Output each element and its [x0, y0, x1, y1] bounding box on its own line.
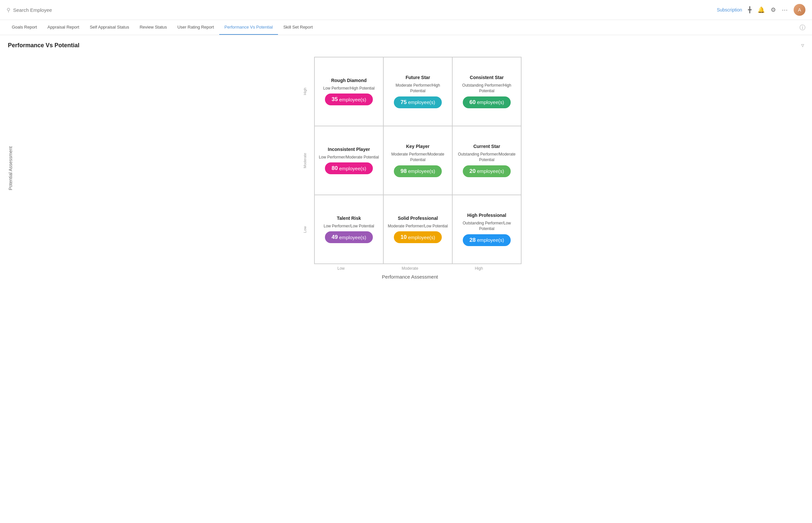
y-axis-label: Potential Assessment [8, 146, 13, 190]
cell-rough-diamond-badge[interactable]: 35 employee(s) [325, 93, 372, 105]
cell-current-star-badge[interactable]: 20 employee(s) [463, 165, 510, 177]
page-header: Performance Vs Potential ▿ [8, 42, 804, 49]
filter-icon[interactable]: ▿ [801, 42, 804, 49]
page-title: Performance Vs Potential [8, 42, 80, 49]
more-icon[interactable]: ⋯ [782, 6, 788, 14]
cell-key-player-badge[interactable]: 98 employee(s) [394, 165, 441, 177]
cell-rough-diamond[interactable]: Rough Diamond Low Performer/High Potenti… [314, 57, 383, 126]
cell-key-player-unit: employee(s) [408, 168, 435, 174]
y-label-moderate: Moderate [298, 126, 312, 195]
cell-high-professional[interactable]: High Professional Outstanding Performer/… [452, 195, 521, 264]
cell-current-star[interactable]: Current Star Outstanding Performer/Moder… [452, 126, 521, 195]
cell-rough-diamond-title: Rough Diamond [331, 78, 367, 83]
cell-current-star-count: 20 [469, 168, 476, 175]
cell-talent-risk-subtitle: Low Performer/Low Potential [324, 223, 374, 229]
cell-consistent-star-title: Consistent Star [470, 75, 504, 80]
cell-solid-professional-unit: employee(s) [408, 235, 435, 240]
cell-high-professional-badge[interactable]: 28 employee(s) [463, 234, 510, 246]
cell-consistent-star-unit: employee(s) [477, 100, 504, 105]
x-axis-title: Performance Assessment [382, 274, 438, 279]
cell-inconsistent-player[interactable]: Inconsistent Player Low Performer/Modera… [314, 126, 383, 195]
tab-perf-vs-potential[interactable]: Performance Vs Potential [219, 20, 278, 35]
header-right: Subscription ╋ 🔔 ⚙ ⋯ A [717, 4, 806, 16]
matrix-container: Potential Assessment High Moderate Low R… [8, 57, 804, 279]
cell-rough-diamond-subtitle: Low Performer/High Potential [323, 86, 375, 91]
cell-inconsistent-player-title: Inconsistent Player [328, 147, 370, 152]
x-label-moderate: Moderate [375, 266, 444, 271]
y-labels: High Moderate Low [298, 57, 314, 264]
settings-icon[interactable]: ⚙ [771, 6, 776, 14]
cell-inconsistent-player-badge[interactable]: 80 employee(s) [325, 162, 372, 174]
cell-future-star-title: Future Star [406, 75, 430, 80]
cell-solid-professional-title: Solid Professional [398, 216, 438, 221]
cell-future-star[interactable]: Future Star Moderate Performer/High Pote… [383, 57, 452, 126]
cell-solid-professional-badge[interactable]: 10 employee(s) [394, 231, 441, 243]
cell-consistent-star-badge[interactable]: 60 employee(s) [463, 96, 510, 108]
x-label-high: High [444, 266, 513, 271]
cell-current-star-title: Current Star [473, 144, 500, 149]
tab-review-status[interactable]: Review Status [134, 20, 172, 35]
add-icon[interactable]: ╋ [748, 6, 752, 14]
cell-high-professional-count: 28 [469, 237, 476, 244]
cell-high-professional-subtitle: Outstanding Performer/Low Potential [457, 220, 517, 232]
x-label-low: Low [306, 266, 375, 271]
cell-inconsistent-player-count: 80 [332, 165, 338, 172]
tab-user-rating[interactable]: User Rating Report [172, 20, 219, 35]
cell-future-star-subtitle: Moderate Performer/High Potential [388, 83, 448, 94]
matrix-grid-area: High Moderate Low Rough Diamond Low Perf… [298, 57, 522, 264]
cell-future-star-count: 75 [401, 99, 407, 106]
nav-tabs: Goals Report Appraisal Report Self Appra… [0, 20, 812, 35]
cell-current-star-unit: employee(s) [477, 168, 504, 174]
subscription-link[interactable]: Subscription [717, 7, 742, 13]
cell-key-player-count: 98 [401, 168, 407, 175]
cell-talent-risk-count: 49 [332, 234, 338, 240]
cell-future-star-unit: employee(s) [408, 100, 435, 105]
cell-consistent-star-count: 60 [469, 99, 476, 106]
cell-consistent-star-subtitle: Outstanding Performer/High Potential [457, 83, 517, 94]
cell-current-star-subtitle: Outstanding Performer/Moderate Potential [457, 151, 517, 163]
cell-rough-diamond-unit: employee(s) [339, 97, 366, 102]
x-labels: Low Moderate High [306, 266, 513, 271]
tab-skill-set[interactable]: Skill Set Report [278, 20, 318, 35]
cell-high-professional-unit: employee(s) [477, 237, 504, 243]
cell-solid-professional[interactable]: Solid Professional Moderate Performer/Lo… [383, 195, 452, 264]
matrix-wrap: High Moderate Low Rough Diamond Low Perf… [16, 57, 804, 279]
tab-goals[interactable]: Goals Report [6, 20, 42, 35]
search-area: ⚲ [6, 7, 713, 13]
cell-consistent-star[interactable]: Consistent Star Outstanding Performer/Hi… [452, 57, 521, 126]
cell-talent-risk[interactable]: Talent Risk Low Performer/Low Potential … [314, 195, 383, 264]
cell-rough-diamond-count: 35 [332, 96, 338, 103]
cell-talent-risk-badge[interactable]: 49 employee(s) [325, 231, 372, 243]
tab-appraisal[interactable]: Appraisal Report [42, 20, 85, 35]
search-icon: ⚲ [6, 7, 11, 13]
cell-talent-risk-title: Talent Risk [337, 216, 361, 221]
cell-inconsistent-player-unit: employee(s) [339, 166, 366, 171]
notification-icon[interactable]: 🔔 [758, 6, 765, 14]
y-label-low: Low [298, 195, 312, 264]
header: ⚲ Subscription ╋ 🔔 ⚙ ⋯ A [0, 0, 812, 20]
cell-high-professional-title: High Professional [467, 213, 506, 218]
avatar[interactable]: A [794, 4, 806, 16]
cell-key-player-title: Key Player [406, 144, 430, 149]
cell-future-star-badge[interactable]: 75 employee(s) [394, 96, 441, 108]
tab-self-appraisal[interactable]: Self Appraisal Status [84, 20, 134, 35]
cell-talent-risk-unit: employee(s) [339, 235, 366, 240]
search-input[interactable] [13, 7, 79, 13]
cell-key-player-subtitle: Moderate Performer/Moderate Potential [388, 151, 448, 163]
help-icon[interactable]: ⓘ [799, 24, 806, 32]
page-content: Performance Vs Potential ▿ Potential Ass… [0, 35, 812, 286]
cell-solid-professional-count: 10 [401, 234, 407, 240]
cell-inconsistent-player-subtitle: Low Performer/Moderate Potential [319, 155, 379, 160]
y-label-high: High [298, 57, 312, 126]
cell-solid-professional-subtitle: Moderate Performer/Low Potential [388, 223, 448, 229]
matrix-grid: Rough Diamond Low Performer/High Potenti… [314, 57, 522, 264]
cell-key-player[interactable]: Key Player Moderate Performer/Moderate P… [383, 126, 452, 195]
